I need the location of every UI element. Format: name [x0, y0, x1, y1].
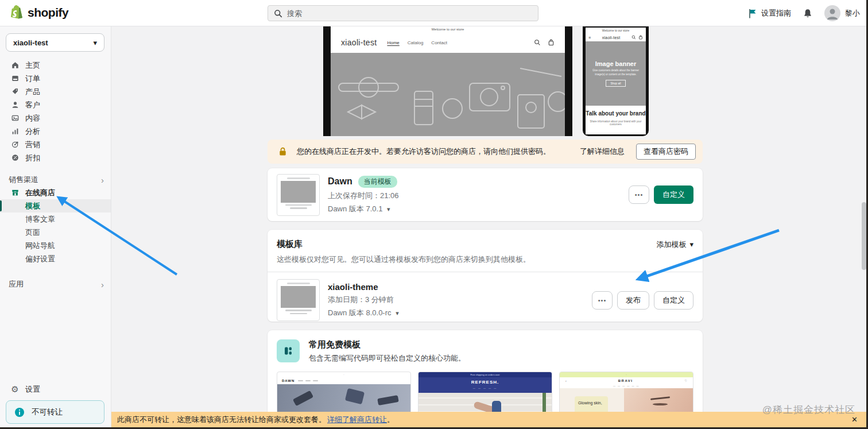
preview-site-header: xiaoli-test Home Catalog Contact	[331, 32, 565, 53]
theme-name: Dawn	[328, 176, 352, 187]
refresh-logo: REFRESH.	[418, 380, 552, 385]
cart-icon	[548, 39, 555, 46]
preview-announcement: Welcome to our store	[331, 26, 565, 32]
sidebar-item-preferences[interactable]: 偏好设置	[0, 252, 111, 265]
banner-text: Give customers details about the banner …	[589, 69, 642, 77]
shopify-bag-icon	[9, 5, 24, 21]
top-bar: shopify 设置指南	[0, 0, 868, 26]
search-icon	[534, 39, 541, 46]
caret-down-icon: ▾	[387, 206, 390, 212]
preview-hero-image	[331, 53, 565, 136]
free-themes-description: 包含无需编写代码即可轻松自定义的核心功能。	[309, 353, 466, 364]
setup-guide-button[interactable]: 设置指南	[748, 8, 791, 18]
sidebar-item-online-store[interactable]: 在线商店	[0, 186, 111, 199]
theme-version-dropdown[interactable]: Dawn 版本 7.0.1 ▾	[328, 204, 399, 214]
mobile-theme-preview: Welcome to our store ≡ xiaoli-test Image…	[583, 26, 649, 136]
chevron-down-icon: ▾	[93, 38, 97, 47]
shopify-admin-page: shopify 设置指南	[0, 0, 868, 429]
library-theme-row: xiaoli-theme 添加日期：3 分钟前 Dawn 版本 8.0.0-rc…	[268, 272, 703, 328]
theme-added-date: 添加日期：3 分钟前	[328, 295, 399, 305]
desktop-theme-preview: Welcome to our store xiaoli-test Home Ca…	[323, 26, 572, 136]
top-bar-right: 设置指南 黎小	[748, 0, 860, 26]
theme-library-card: 模板库 添加模板 ▾ 这些模板仅对您可见。您可以通过将模板发布到您的商店来切换到…	[268, 230, 703, 322]
info-icon	[14, 407, 25, 418]
caret-down-icon: ▾	[689, 240, 693, 249]
banner-title: Image banner	[595, 60, 637, 67]
sidebar-item-customers[interactable]: 客户	[0, 98, 111, 111]
global-search[interactable]	[268, 5, 538, 21]
publish-button[interactable]: 发布	[617, 291, 649, 310]
notifications-button[interactable]	[803, 8, 813, 19]
theme-info: Dawn 当前模板 上次保存时间：21:06 Dawn 版本 7.0.1 ▾	[328, 176, 399, 214]
theme-info: xiaoli-theme 添加日期：3 分钟前 Dawn 版本 8.0.0-rc…	[328, 282, 399, 318]
non-transferable-label: 不可转让	[32, 407, 63, 418]
password-notice-text: 您的在线商店正在开发中。若要允许访客访问您的商店，请向他们提供密码。	[297, 146, 571, 157]
customize-button[interactable]: 自定义	[654, 185, 693, 204]
sidebar-item-discounts[interactable]: 折扣	[0, 151, 111, 164]
store-selector-label: xiaoli-test	[13, 38, 48, 47]
theme-version-dropdown[interactable]: Dawn 版本 8.0.0-rc ▾	[328, 308, 399, 318]
sidebar-item-themes[interactable]: 模板	[0, 199, 111, 212]
sidebar-section-sales-channels[interactable]: 销售渠道 ›	[0, 173, 111, 186]
shop-all-button: Shop all	[606, 80, 625, 87]
more-icon: •••	[598, 297, 607, 304]
watermark: @稀土掘金技术社区	[762, 403, 855, 416]
search-input[interactable]	[287, 9, 532, 18]
bell-icon	[803, 8, 813, 19]
sidebar-item-analytics[interactable]: 分析	[0, 125, 111, 138]
home-icon	[10, 61, 20, 69]
avatar	[824, 5, 840, 21]
theme-thumbnail	[277, 174, 320, 216]
view-store-password-button[interactable]: 查看商店密码	[636, 144, 696, 160]
mobile-preview-header: ≡ xiaoli-test	[586, 33, 646, 41]
sidebar-item-content[interactable]: 内容	[0, 111, 111, 125]
marketing-icon	[10, 140, 20, 149]
scrollbar-thumb[interactable]	[862, 202, 866, 270]
search-icon	[274, 9, 282, 18]
sidebar-item-blog-posts[interactable]: 博客文章	[0, 212, 111, 226]
sidebar-item-products[interactable]: 产品	[0, 85, 111, 98]
theme-name: xiaoli-theme	[328, 282, 399, 292]
sidebar-section-apps[interactable]: 应用 ›	[0, 278, 111, 291]
storefront-icon	[10, 188, 20, 197]
analytics-icon	[10, 127, 20, 136]
learn-more-link[interactable]: 了解详细信息	[580, 146, 625, 157]
customize-button[interactable]: 自定义	[654, 291, 693, 310]
more-actions-button[interactable]: •••	[629, 185, 649, 204]
sidebar: xiaoli-test ▾ 主页 订单 产品 客户 内容	[0, 26, 111, 429]
brand-wordmark: shopify	[28, 6, 68, 20]
close-icon[interactable]: ✕	[848, 415, 861, 424]
transfer-warning-text: 此商店不可转让，这意味着该商店无法转让给商家或更改套餐。	[117, 415, 326, 425]
refresh-announcement: Free shipping on orders over	[418, 372, 552, 377]
current-theme-badge: 当前模板	[358, 176, 397, 188]
sidebar-item-pages[interactable]: 页面	[0, 226, 111, 239]
user-name: 黎小	[845, 8, 860, 18]
sidebar-item-home[interactable]: 主页	[0, 59, 111, 72]
add-theme-button[interactable]: 添加模板 ▾	[656, 239, 693, 250]
caret-down-icon: ▾	[396, 310, 399, 316]
customers-icon	[10, 101, 20, 109]
account-menu[interactable]: 黎小	[824, 5, 860, 21]
library-description: 这些模板仅对您可见。您可以通过将模板发布到您的商店来切换到其他模板。	[268, 250, 703, 272]
gear-icon: ⚙	[10, 385, 20, 393]
current-theme-card: Dawn 当前模板 上次保存时间：21:06 Dawn 版本 7.0.1 ▾ •…	[268, 168, 703, 221]
free-themes-icon	[277, 339, 300, 362]
preview-store-name: xiaoli-test	[591, 36, 631, 40]
preview-header-icons	[534, 39, 555, 46]
sidebar-item-orders[interactable]: 订单	[0, 72, 111, 85]
setup-guide-label: 设置指南	[761, 8, 791, 18]
theme-actions: ••• 发布 自定义	[592, 291, 693, 310]
lock-icon	[278, 146, 288, 157]
shopify-logo[interactable]: shopify	[9, 5, 68, 21]
dawn-logo: DAWN	[282, 379, 294, 382]
sidebar-item-navigation[interactable]: 网站导航	[0, 239, 111, 252]
more-actions-button[interactable]: •••	[592, 291, 613, 310]
sidebar-item-marketing[interactable]: 营销	[0, 138, 111, 151]
glowing-skin-text: Glowing skin,	[578, 400, 604, 405]
sidebar-item-settings[interactable]: ⚙ 设置	[0, 382, 111, 396]
non-transferable-notice: 不可转让	[6, 400, 104, 424]
store-selector[interactable]: xiaoli-test ▾	[6, 33, 104, 52]
transfer-learn-more-link[interactable]: 详细了解商店转让	[327, 415, 387, 425]
sidebar-settings-area: ⚙ 设置	[0, 382, 111, 396]
chevron-right-icon: ›	[101, 280, 104, 289]
